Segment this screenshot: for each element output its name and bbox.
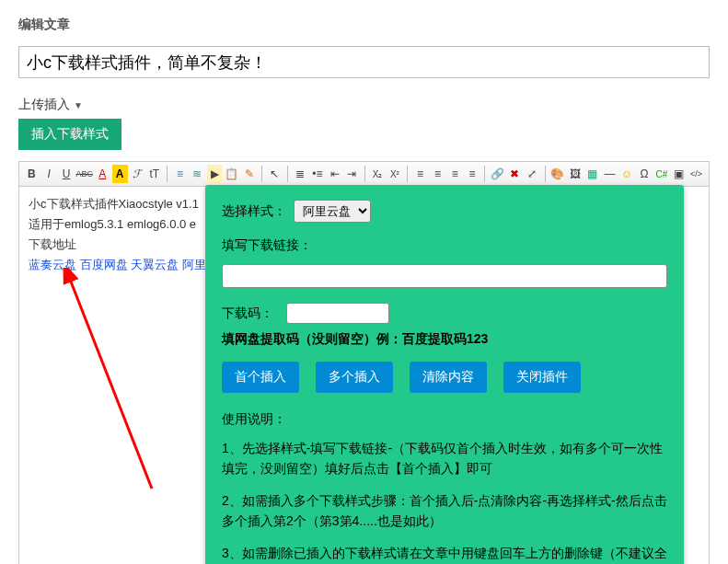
strike-icon[interactable]: ABC	[75, 165, 93, 183]
flash-icon[interactable]: ≋	[190, 165, 205, 183]
italic-icon[interactable]: I	[41, 165, 57, 183]
fontsize-icon[interactable]: tT	[146, 165, 162, 183]
instruction-item: 2、如需插入多个下载样式步骤：首个插入后-点清除内容-再选择样式-然后点击多个插…	[222, 490, 667, 532]
indent-icon[interactable]: ⇥	[344, 165, 360, 183]
instruction-item: 3、如需删除已插入的下载样式请在文章中用键盘回车上方的删除键（不建议全选）	[222, 543, 667, 564]
chevron-down-icon: ▼	[74, 100, 83, 110]
align-left-icon[interactable]: ≡	[412, 165, 428, 183]
paint-icon[interactable]: 🎨	[550, 165, 566, 183]
media-icon[interactable]: ▶	[207, 165, 223, 183]
clear-content-button[interactable]: 清除内容	[410, 362, 487, 393]
align-right-icon[interactable]: ≡	[447, 165, 463, 183]
code-icon[interactable]: ≡	[172, 165, 188, 183]
fullscreen-icon[interactable]: ⤢	[525, 165, 540, 183]
subscript-icon[interactable]: X₂	[370, 165, 386, 183]
editor: B I U ABC A A ℱ tT ≡ ≋ ▶ 📋 ✎ ↖ ≣ •≡ ⇤ ⇥ …	[18, 161, 710, 564]
align-center-icon[interactable]: ≡	[430, 165, 445, 183]
instructions-title: 使用说明：	[222, 409, 667, 429]
style-select[interactable]: 阿里云盘蓝奏云盘百度网盘天翼云盘	[294, 200, 371, 223]
code-input-label: 下载码：	[222, 304, 273, 323]
close-plugin-button[interactable]: 关闭插件	[503, 362, 581, 393]
article-title-input[interactable]	[18, 46, 710, 78]
face-icon[interactable]: ☺	[619, 165, 635, 183]
upload-insert-label: 上传插入	[18, 97, 70, 113]
separator	[261, 166, 262, 182]
instruction-item: 1、先选择样式-填写下载链接-（下载码仅首个插入时生效，如有多个可一次性填完，没…	[222, 438, 667, 479]
svg-line-0	[69, 277, 152, 489]
upload-insert-row[interactable]: 上传插入 ▼	[18, 97, 710, 113]
download-link-input[interactable]	[222, 264, 667, 288]
code-hint: 填网盘提取码（没则留空）例：百度提取码123	[222, 329, 488, 349]
download-style-plugin-panel: 选择样式： 阿里云盘蓝奏云盘百度网盘天翼云盘 填写下载链接： 下载码： 填网盘提…	[205, 185, 684, 564]
align-justify-icon[interactable]: ≡	[465, 165, 480, 183]
csharp-icon[interactable]: C#	[653, 165, 669, 183]
underline-icon[interactable]: U	[59, 165, 75, 183]
bold-icon[interactable]: B	[24, 165, 40, 183]
ordered-list-icon[interactable]: ≣	[293, 165, 308, 183]
frame-icon[interactable]: ▣	[671, 165, 687, 183]
separator	[364, 166, 365, 182]
separator	[545, 166, 546, 182]
separator	[167, 166, 168, 182]
special-char-icon[interactable]: Ω	[637, 165, 653, 183]
link-icon[interactable]: 🔗	[490, 165, 505, 183]
first-insert-button[interactable]: 首个插入	[222, 362, 299, 393]
insert-download-style-button[interactable]: 插入下载样式	[18, 119, 121, 150]
source-icon[interactable]: </>	[688, 165, 704, 183]
separator	[287, 166, 288, 182]
fontcolor-icon[interactable]: A	[95, 165, 110, 183]
separator	[484, 166, 485, 182]
style-select-label: 选择样式：	[222, 201, 286, 221]
fontfamily-icon[interactable]: ℱ	[130, 165, 145, 183]
brush-icon[interactable]: ✎	[241, 165, 257, 183]
image-icon[interactable]: 🖼	[567, 165, 583, 183]
outdent-icon[interactable]: ⇤	[327, 165, 342, 183]
page-title: 编辑文章	[18, 17, 710, 33]
pointer-icon[interactable]: ↖	[267, 165, 283, 183]
editor-content[interactable]: 小c下载样式插件Xiaocstyle v1.1 适用于emlog5.3.1 em…	[19, 187, 709, 564]
superscript-icon[interactable]: X²	[387, 165, 403, 183]
unordered-list-icon[interactable]: •≡	[309, 165, 325, 183]
editor-toolbar: B I U ABC A A ℱ tT ≡ ≋ ▶ 📋 ✎ ↖ ≣ •≡ ⇤ ⇥ …	[19, 162, 709, 187]
multi-insert-button[interactable]: 多个插入	[316, 362, 393, 393]
table-icon[interactable]: ▦	[584, 165, 600, 183]
separator	[407, 166, 408, 182]
annotation-arrow-icon	[41, 268, 189, 525]
bgcolor-icon[interactable]: A	[112, 165, 128, 183]
hr-icon[interactable]: —	[602, 165, 618, 183]
download-code-input[interactable]	[286, 303, 389, 324]
unlink-icon[interactable]: ✖	[507, 165, 523, 183]
link-input-label: 填写下载链接：	[222, 236, 667, 255]
paste-icon[interactable]: 📋	[224, 165, 239, 183]
